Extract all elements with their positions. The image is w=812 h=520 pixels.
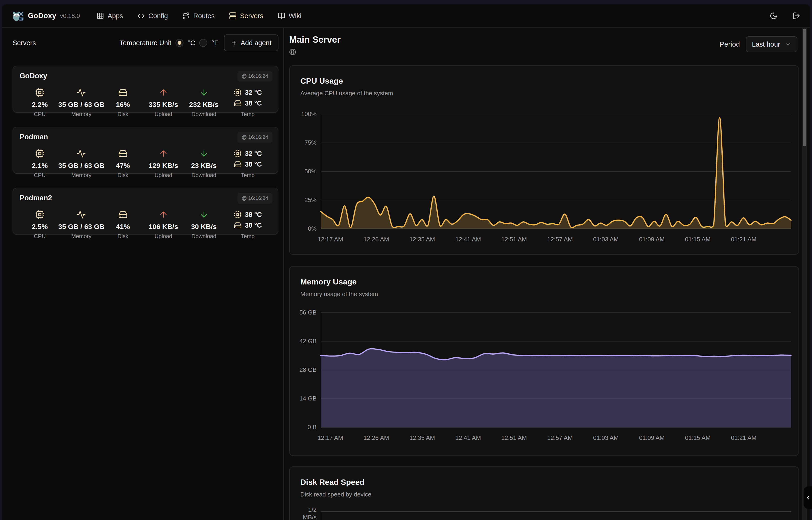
- godoxy-logo: [12, 10, 24, 22]
- period-dropdown[interactable]: Last hour: [746, 36, 797, 52]
- x-axis-tick-label: 01:15 AM: [685, 236, 710, 243]
- hard-drive-icon: [234, 221, 242, 229]
- radio-selected-dot: [178, 41, 181, 45]
- x-axis-tick-label: 01:21 AM: [731, 434, 757, 441]
- memory-value: 35 GB / 63 GB: [58, 101, 104, 109]
- nav-tab-wiki[interactable]: Wiki: [278, 12, 302, 20]
- nav-tab-servers[interactable]: Servers: [229, 12, 263, 20]
- download-value: 232 KB/s: [189, 101, 219, 109]
- stat-download: 23 KB/sDownload: [184, 148, 224, 179]
- chart-subtitle: Memory usage of the system: [300, 290, 799, 298]
- server-stats: 2.5%CPU 35 GB / 63 GBMemory 41%Disk 106 …: [20, 209, 272, 239]
- nav-tab-apps[interactable]: Apps: [96, 12, 123, 20]
- temperature-unit-label: Temperature Unit: [119, 39, 171, 47]
- disk-temp-value: 38 °C: [245, 100, 262, 107]
- nav-tab-config[interactable]: Config: [137, 12, 168, 20]
- y-axis-tick-label: 50%: [289, 168, 317, 175]
- celsius-label: °C: [188, 39, 195, 47]
- hard-drive-icon: [118, 210, 128, 219]
- x-axis-tick-label: 01:03 AM: [593, 434, 619, 441]
- x-axis-tick-label: 12:57 AM: [547, 236, 573, 243]
- book-open-icon: [278, 12, 285, 20]
- x-axis-tick-label: 12:41 AM: [455, 434, 481, 441]
- server-timestamp-badge: @ 16:16:24: [237, 193, 272, 204]
- memory-usage-card: Memory Usage Memory usage of the system …: [289, 266, 799, 456]
- arrow-up-icon: [159, 210, 168, 219]
- nav-tabs: Apps Config Routes Servers Wiki: [96, 12, 302, 20]
- drawer-collapse-handle[interactable]: [804, 487, 812, 509]
- memory-label: Memory: [71, 172, 91, 179]
- y-axis-tick-label: 0%: [289, 225, 317, 232]
- app-window: GoDoxy v0.18.0 Apps Config Routes Server…: [2, 4, 810, 520]
- radio-celsius[interactable]: [175, 39, 184, 47]
- disk-label: Disk: [117, 172, 129, 179]
- x-axis-tick-label: 12:57 AM: [547, 434, 573, 441]
- upload-value: 129 KB/s: [148, 162, 178, 170]
- memory-value: 35 GB / 63 GB: [58, 162, 104, 170]
- stat-temp: 32 °C 38 °C Temp: [224, 87, 272, 118]
- y-axis-tick-label: 100%: [289, 110, 317, 118]
- temp-label: Temp: [241, 172, 255, 179]
- stat-cpu: 2.2%CPU: [20, 87, 60, 118]
- stat-upload: 335 KB/sUpload: [143, 87, 184, 118]
- disk-read-speed-card: Disk Read Speed Disk read speed by devic…: [289, 466, 799, 520]
- cpu-label: CPU: [34, 111, 46, 118]
- add-agent-label: Add agent: [241, 39, 272, 47]
- x-axis-tick-label: 12:17 AM: [317, 434, 343, 441]
- plus-icon: [231, 40, 237, 46]
- stat-disk: 16%Disk: [103, 87, 143, 118]
- moon-icon[interactable]: [769, 12, 778, 20]
- y-axis-tick-label: 42 GB: [289, 338, 317, 345]
- chart-subtitle: Disk read speed by device: [300, 491, 799, 498]
- app-title: GoDoxy: [28, 11, 56, 20]
- x-axis-tick-label: 01:03 AM: [593, 236, 619, 243]
- main-scrollbar[interactable]: [802, 28, 807, 520]
- memory-label: Memory: [71, 111, 91, 118]
- chevron-down-icon: [785, 41, 791, 47]
- nav-tab-routes[interactable]: Routes: [182, 12, 215, 20]
- nav-tab-label: Wiki: [289, 12, 302, 20]
- server-name: GoDoxy: [20, 72, 272, 80]
- code-icon: [137, 12, 145, 20]
- route-icon: [182, 12, 190, 20]
- nav-tab-label: Servers: [240, 12, 263, 20]
- arrow-down-icon: [199, 149, 208, 158]
- server-timestamp-badge: @ 16:16:24: [237, 71, 272, 81]
- y-axis-tick-label: 14 GB: [289, 395, 317, 402]
- x-axis-tick-label: 01:09 AM: [639, 434, 665, 441]
- hard-drive-icon: [234, 160, 242, 168]
- grid-icon: [96, 12, 104, 20]
- cpu-value: 2.2%: [32, 101, 48, 109]
- scrollbar-thumb[interactable]: [803, 29, 806, 146]
- server-card-godoxy[interactable]: GoDoxy @ 16:16:24 2.2%CPU 35 GB / 63 GBM…: [12, 66, 278, 113]
- download-value: 23 KB/s: [191, 162, 217, 170]
- logout-icon[interactable]: [792, 12, 800, 20]
- x-axis-tick-label: 12:41 AM: [455, 236, 481, 243]
- arrow-up-icon: [159, 88, 168, 97]
- stat-disk: 41%Disk: [103, 209, 143, 239]
- stat-cpu: 2.5%CPU: [20, 209, 60, 239]
- chart-title: Disk Read Speed: [300, 477, 799, 487]
- arrow-up-icon: [159, 149, 168, 158]
- hard-drive-icon: [118, 149, 128, 158]
- nav-tab-label: Config: [148, 12, 168, 20]
- disk-value: 47%: [116, 162, 130, 170]
- add-agent-button[interactable]: Add agent: [224, 34, 278, 51]
- server-card-podman[interactable]: Podman @ 16:16:24 2.1%CPU 35 GB / 63 GBM…: [12, 127, 278, 174]
- radio-fahrenheit[interactable]: [199, 39, 207, 47]
- navbar: GoDoxy v0.18.0 Apps Config Routes Server…: [2, 4, 810, 27]
- disk-label: Disk: [117, 111, 129, 118]
- activity-icon: [77, 149, 86, 158]
- cpu-icon: [35, 210, 45, 219]
- cpu-usage-card: CPU Usage Average CPU usage of the syste…: [289, 65, 799, 255]
- arrow-down-icon: [199, 210, 208, 219]
- activity-icon: [77, 210, 86, 219]
- server-card-podman2[interactable]: Podman2 @ 16:16:24 2.5%CPU 35 GB / 63 GB…: [12, 188, 278, 235]
- stat-download: 232 KB/sDownload: [184, 87, 224, 118]
- disk-value: 41%: [116, 223, 130, 231]
- stat-temp: 38 °C 38 °C Temp: [224, 209, 272, 239]
- x-axis-tick-label: 12:51 AM: [501, 236, 527, 243]
- cpu-icon: [234, 150, 242, 157]
- x-axis-tick-label: 12:51 AM: [501, 434, 527, 441]
- app-version: v0.18.0: [60, 12, 80, 20]
